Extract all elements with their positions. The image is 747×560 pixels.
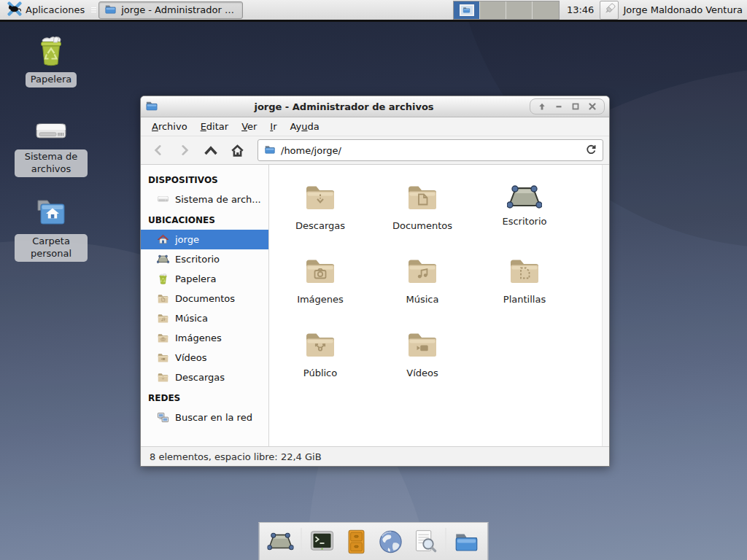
file-item-documentos[interactable]: Documentos (371, 179, 473, 252)
sidebar-item-label: Descargas (175, 372, 225, 383)
desktop: PapeleraSistema de archivosCarpeta perso… (0, 0, 747, 560)
folder-doc-icon (405, 179, 440, 214)
sidebar-item-papelera[interactable]: Papelera (141, 269, 268, 289)
dock-file-cabinet-button[interactable] (343, 528, 371, 556)
desktop-icon (157, 254, 169, 264)
dock-show-desktop-button[interactable] (267, 528, 295, 556)
user-name-label[interactable]: Jorge Maldonado Ventura (623, 4, 743, 15)
forward-button[interactable] (173, 139, 196, 161)
window-controls (530, 98, 605, 114)
titlebar[interactable]: jorge - Administrador de archivos (141, 96, 609, 117)
file-item-público[interactable]: Público (269, 327, 371, 400)
file-item-escritorio[interactable]: Escritorio (473, 179, 576, 252)
toolbar: /home/jorge/ (141, 136, 609, 165)
file-item-label: Escritorio (502, 216, 546, 227)
file-item-label: Plantillas (503, 294, 546, 305)
file-item-label: Público (303, 368, 337, 378)
folder-music-icon (157, 312, 169, 324)
home-button[interactable] (225, 139, 249, 161)
drive-icon (157, 194, 169, 204)
sidebar-item-documentos[interactable]: Documentos (141, 289, 268, 308)
dock-search-files-button[interactable] (411, 528, 439, 556)
home-folder-icon (34, 195, 69, 230)
dock-separator (301, 528, 302, 556)
sidebar-item-label: Imágenes (175, 332, 222, 343)
close-button[interactable] (587, 101, 598, 112)
file-item-plantillas[interactable]: Plantillas (473, 253, 576, 326)
sidebar-item-escritorio[interactable]: Escritorio (141, 249, 268, 269)
dock (259, 522, 489, 560)
shade-button[interactable] (536, 101, 548, 112)
clock[interactable]: 13:46 (567, 4, 594, 15)
workspace-2[interactable] (480, 1, 506, 19)
reload-button[interactable] (585, 144, 597, 158)
tasklist-grip[interactable] (91, 4, 96, 17)
xfce-logo-icon (7, 1, 22, 18)
menu-editar[interactable]: Editar (196, 119, 234, 134)
minimize-button[interactable] (553, 101, 565, 112)
dock-web-browser-button[interactable] (377, 528, 405, 556)
applications-label: Aplicaciones (26, 4, 85, 15)
taskbar-window-button[interactable]: jorge - Administrador de... (98, 1, 243, 19)
back-button[interactable] (147, 139, 170, 161)
path-text[interactable]: /home/jorge/ (281, 145, 580, 156)
workspace-3[interactable] (506, 1, 533, 19)
vertical-scrollbar[interactable] (602, 165, 609, 446)
sidebar-item-imágenes[interactable]: Imágenes (141, 328, 268, 348)
window-title: jorge - Administrador de archivos (158, 101, 530, 112)
sidebar-item-buscar-en-la-red[interactable]: Buscar en la red (141, 408, 268, 427)
menu-ver[interactable]: Ver (236, 119, 262, 134)
desktop-icon-label: Sistema de archivos (15, 149, 88, 177)
desktop-icon-papelera[interactable]: Papelera (13, 34, 89, 88)
workspace-1[interactable] (454, 1, 480, 19)
menu-ayuda[interactable]: Ayuda (285, 119, 325, 134)
desktop-icon-sistema-de-archivos[interactable]: Sistema de archivos (13, 117, 89, 177)
applications-menu[interactable]: Aplicaciones (3, 1, 89, 20)
sidebar-item-label: jorge (175, 234, 199, 245)
file-item-label: Vídeos (406, 368, 438, 378)
desktop-icon-label: Carpeta personal (15, 234, 88, 262)
dock-separator (446, 528, 446, 556)
location-bar[interactable]: /home/jorge/ (258, 139, 603, 161)
sidebar-item-sistema-de-arch-[interactable]: Sistema de arch... (141, 190, 268, 209)
sidebar-item-descargas[interactable]: Descargas (141, 368, 268, 387)
folder-image-icon (157, 332, 169, 344)
maximize-button[interactable] (570, 101, 581, 112)
sidebar-item-jorge[interactable]: jorge (141, 230, 268, 249)
file-item-descargas[interactable]: Descargas (269, 179, 371, 252)
up-button[interactable] (199, 139, 222, 161)
dock-terminal-button[interactable] (309, 528, 336, 556)
workspace-switcher (453, 1, 560, 20)
folder-download-icon (303, 179, 338, 214)
window-folder-icon (145, 99, 158, 114)
home-icon (157, 233, 169, 246)
file-item-música[interactable]: Música (371, 253, 473, 326)
sidebar-item-vídeos[interactable]: Vídeos (141, 348, 268, 368)
file-view[interactable]: DescargasDocumentosEscritorioImágenesMús… (269, 165, 609, 446)
workspace-4[interactable] (533, 1, 559, 19)
network-icon (157, 411, 169, 424)
folder-video-icon (157, 351, 169, 364)
desktop-icon-label: Papelera (26, 72, 77, 88)
path-folder-icon (264, 144, 276, 158)
menu-archivo[interactable]: Archivo (147, 119, 193, 134)
folder-music-icon (405, 253, 440, 288)
user-actions-button[interactable] (600, 1, 619, 20)
folder-public-icon (303, 327, 338, 362)
drive-icon (34, 117, 69, 146)
folder-template-icon (507, 253, 542, 288)
file-item-imágenes[interactable]: Imágenes (269, 253, 371, 326)
status-text: 8 elementos, espacio libre: 22,4 GiB (150, 451, 322, 462)
sidebar-item-música[interactable]: Música (141, 308, 268, 328)
file-item-vídeos[interactable]: Vídeos (371, 327, 473, 400)
desktop-icon-carpeta-personal[interactable]: Carpeta personal (13, 195, 89, 262)
dock-file-manager-button[interactable] (453, 528, 481, 556)
sidebar-item-label: Papelera (175, 273, 216, 284)
trash-icon (34, 34, 69, 69)
sidebar-header-redes: REDES (141, 387, 268, 408)
folder-video-icon (405, 327, 440, 362)
menu-ir[interactable]: Ir (265, 119, 282, 134)
file-item-label: Imágenes (297, 294, 344, 305)
taskbar-window-label: jorge - Administrador de... (121, 4, 237, 15)
sidebar-item-label: Vídeos (175, 352, 206, 363)
